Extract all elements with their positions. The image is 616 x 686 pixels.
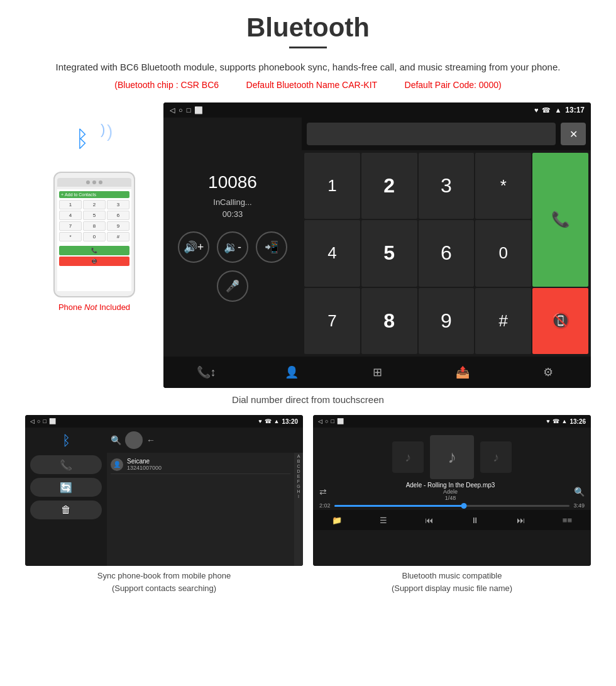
music-list-icon[interactable]: ☰ xyxy=(380,516,387,525)
album-art-left: ♪ xyxy=(392,441,424,473)
music-folder-icon[interactable]: 📁 xyxy=(332,516,342,525)
music-eq-icon[interactable]: ≡≡ xyxy=(563,516,572,525)
contact-avatar: 👤 xyxy=(111,458,123,471)
alpha-list: A B C D E F G H I xyxy=(294,453,303,566)
screenshot-icon: ⬜ xyxy=(194,106,203,114)
svg-text:ᛒ: ᛒ xyxy=(75,126,89,152)
phone-btn[interactable]: 📞 xyxy=(30,455,102,474)
phone-key: 9 xyxy=(107,221,129,231)
dial-keypad: 1 2 3 * 📞 4 5 6 0 7 8 9 # xyxy=(302,150,591,357)
ct-search-icon: 🔍 xyxy=(111,435,121,445)
music-track-info: 1/48 xyxy=(406,495,495,501)
mus-gps-icon: ♥ xyxy=(546,418,549,425)
end-call-button[interactable]: 📵 xyxy=(532,288,588,354)
shuffle-icon[interactable]: ⇄ xyxy=(319,487,327,497)
music-screen: ◁ ○ □ ⬜ ♥ ☎ ▲ 13:26 ♪ ♪ xyxy=(313,415,591,566)
nav-keypad-icon[interactable]: ⊞ xyxy=(365,360,390,385)
phone-key: 1 xyxy=(59,200,82,209)
ct-screenshot-icon: ⬜ xyxy=(49,418,56,424)
dial-timer: 00:33 xyxy=(223,209,243,219)
phone-key: 8 xyxy=(83,221,106,231)
key-star[interactable]: * xyxy=(475,153,531,219)
phone-top-bar xyxy=(57,178,131,187)
music-screen-wrap: ◁ ○ □ ⬜ ♥ ☎ ▲ 13:26 ♪ ♪ xyxy=(313,415,591,594)
phone-contacts-bar: +Add to Contacts xyxy=(59,191,129,198)
ct-back-icon: ◁ xyxy=(30,418,35,424)
progress-bar[interactable] xyxy=(334,505,570,507)
music-time: 13:26 xyxy=(569,418,586,425)
contacts-status-bar: ◁ ○ □ ⬜ ♥ ☎ ▲ 13:20 xyxy=(25,415,303,428)
key-hash[interactable]: # xyxy=(475,288,531,354)
key-4[interactable]: 4 xyxy=(304,220,360,286)
contacts-main: 🔍 ← 👤 Seicane 13241007000 xyxy=(107,428,303,566)
alpha-c[interactable]: C xyxy=(297,464,300,468)
contacts-list: 👤 Seicane 13241007000 xyxy=(107,453,294,566)
alpha-b[interactable]: B xyxy=(297,459,300,463)
music-prev-icon[interactable]: ⏮ xyxy=(425,516,433,525)
dial-container: 10086 InCalling... 00:33 🔊+ 🔉- 📲 xyxy=(163,118,591,357)
contacts-status-icons-right: ♥ ☎ ▲ 13:20 xyxy=(258,418,298,425)
key-9[interactable]: 9 xyxy=(419,288,475,354)
alpha-i[interactable]: I xyxy=(298,494,299,499)
alpha-e[interactable]: E xyxy=(297,474,300,479)
key-3[interactable]: 3 xyxy=(419,153,475,219)
main-bottom-nav: 📞↕ 👤 ⊞ 📤 ⚙ xyxy=(163,357,591,388)
specs-line: (Bluetooth chip : CSR BC6 Default Blueto… xyxy=(25,80,591,90)
search-music-icon[interactable]: 🔍 xyxy=(574,487,585,497)
phone-call-button[interactable]: 📞 xyxy=(59,246,129,255)
dial-controls: 🔊+ 🔉- 📲 🎤 xyxy=(176,231,289,302)
phone-dot-2 xyxy=(92,180,96,184)
music-play-icon[interactable]: ⏸ xyxy=(471,516,479,525)
contacts-layout: ᛒ 📞 🔄 🗑 🔍 ← xyxy=(25,428,303,566)
page-title: Bluetooth xyxy=(25,13,591,43)
spec-code: Default Pair Code: 0000) xyxy=(405,80,502,90)
key-8[interactable]: 8 xyxy=(361,288,417,354)
phone-signal-icon: ☎ xyxy=(542,106,551,114)
album-art-right: ♪ xyxy=(480,441,512,473)
progress-dot xyxy=(461,503,466,509)
key-0[interactable]: 0 xyxy=(475,220,531,286)
music-layout: ♪ ♪ ♪ ⇄ Adele - Rolling In the Deep.mp3 … xyxy=(313,428,591,566)
volume-up-button[interactable]: 🔊+ xyxy=(178,231,209,263)
alpha-f[interactable]: F xyxy=(297,479,300,484)
delete-btn[interactable]: 🗑 xyxy=(30,501,102,519)
mus-home-icon: ○ xyxy=(325,418,328,424)
nav-settings-icon[interactable]: ⚙ xyxy=(536,360,561,385)
alpha-d[interactable]: D xyxy=(297,469,300,473)
call-button[interactable]: 📞 xyxy=(532,153,588,287)
mus-wifi-icon: ▲ xyxy=(562,418,568,425)
contact-item[interactable]: 👤 Seicane 13241007000 xyxy=(111,455,290,474)
dial-input-field[interactable] xyxy=(307,123,556,145)
alpha-h[interactable]: H xyxy=(297,489,300,494)
music-status-bar: ◁ ○ □ ⬜ ♥ ☎ ▲ 13:26 xyxy=(313,415,591,428)
description: Integrated with BC6 Bluetooth module, su… xyxy=(25,60,591,75)
backspace-button[interactable]: ✕ xyxy=(561,123,586,145)
mute-button[interactable]: 🎤 xyxy=(217,270,248,302)
volume-up-icon: 🔊+ xyxy=(184,240,204,254)
volume-down-button[interactable]: 🔉- xyxy=(217,231,248,263)
key-7[interactable]: 7 xyxy=(304,288,360,354)
music-next-icon[interactable]: ⏭ xyxy=(517,516,525,525)
nav-contacts-icon[interactable]: 👤 xyxy=(279,360,304,385)
key-5[interactable]: 5 xyxy=(361,220,417,286)
music-controls-nav: 📁 ☰ ⏮ ⏸ ⏭ ≡≡ xyxy=(313,510,591,530)
sync-btn[interactable]: 🔄 xyxy=(30,478,102,497)
nav-calls-icon[interactable]: 📞↕ xyxy=(194,360,219,385)
phone-end-button[interactable]: 📵 xyxy=(59,257,129,266)
alpha-a[interactable]: A xyxy=(297,454,300,458)
transfer-button[interactable]: 📲 xyxy=(256,231,287,263)
status-icons-left: ◁ ○ □ ⬜ xyxy=(170,106,203,114)
transfer-icon: 📲 xyxy=(265,240,278,254)
nav-transfer-icon[interactable]: 📤 xyxy=(450,360,475,385)
mus-screenshot-icon: ⬜ xyxy=(337,418,344,424)
main-status-bar: ◁ ○ □ ⬜ ♥ ☎ ▲ 13:17 xyxy=(163,102,591,118)
key-1[interactable]: 1 xyxy=(304,153,360,219)
music-title: Adele - Rolling In the Deep.mp3 xyxy=(406,482,495,489)
key-2[interactable]: 2 xyxy=(361,153,417,219)
back-icon: ◁ xyxy=(170,106,175,114)
ct-arrow-back-icon[interactable]: ← xyxy=(146,435,155,445)
phone-key: 6 xyxy=(107,211,129,220)
key-6[interactable]: 6 xyxy=(419,220,475,286)
alpha-g[interactable]: G xyxy=(297,484,300,489)
ct-phone-icon: ☎ xyxy=(265,418,272,425)
